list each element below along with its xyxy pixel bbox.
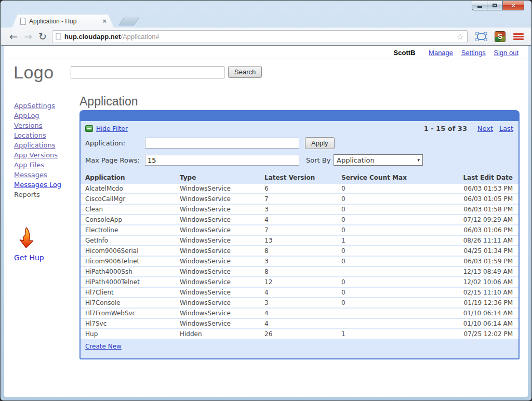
back-button[interactable]: ← — [6, 32, 21, 42]
cell-latest-version: 8 — [260, 246, 337, 256]
cell-type: WindowsService — [175, 215, 260, 224]
filter-application-row: Application: Apply — [81, 135, 518, 152]
sidebar-item-applications[interactable]: Applications — [14, 140, 76, 150]
sort-by-select[interactable]: Application ▾ — [334, 154, 423, 166]
hide-filter-link[interactable]: Hide Filter — [96, 125, 128, 132]
application-filter-input[interactable] — [145, 138, 299, 149]
manage-link[interactable]: Manage — [429, 49, 453, 57]
sidebar-item-locations[interactable]: Locations — [14, 130, 76, 140]
table-row: ConsoleApp WindowsService 4 0 07/12 09:2… — [81, 215, 518, 224]
window-controls: ✕ — [472, 1, 524, 10]
cell-type: WindowsService — [175, 184, 260, 193]
sidebar-nav: AppSettings AppLog Versions Locations Ap… — [4, 88, 76, 359]
settings-link[interactable]: Settings — [461, 49, 486, 57]
page-title: Application — [79, 95, 520, 109]
forward-button[interactable]: → — [21, 32, 35, 42]
user-bar: ScottB Manage Settings Sign out — [4, 46, 528, 59]
table-row: AlcatelMcdo WindowsService 6 0 06/03 01:… — [81, 184, 518, 193]
apply-button[interactable]: Apply — [305, 137, 335, 149]
collapse-filter-icon[interactable] — [85, 125, 93, 132]
screenshot-extension-icon[interactable] — [475, 32, 487, 41]
reload-button[interactable]: ↻ — [35, 32, 50, 42]
cell-latest-version: 13 — [260, 236, 337, 245]
sidebar-item-app-files[interactable]: App Files — [14, 160, 76, 170]
main-content: Application Hide Filter 1 - 15 of 33 Nex… — [76, 88, 528, 359]
sidebar-item-messages-log[interactable]: Messages Log — [14, 180, 76, 190]
cell-latest-version: 4 — [260, 215, 337, 224]
column-header-last-edit-date: Last Edit Date — [426, 172, 518, 183]
browser-tab[interactable]: Application - Hup × — [12, 15, 114, 28]
cell-application: Hl7FromWebSvc — [81, 309, 175, 318]
pagination-next-link[interactable]: Next — [477, 125, 493, 132]
bookmark-star-icon[interactable]: ☆ — [457, 32, 464, 42]
sidebar-item-messages[interactable]: Messages — [14, 170, 76, 180]
username-label: ScottB — [394, 49, 416, 57]
cell-last-edit-date: 06/03 01:58 PM — [426, 205, 518, 214]
maximize-button[interactable] — [487, 1, 502, 10]
filter-toggle-row: Hide Filter 1 - 15 of 33 Next Last — [81, 121, 518, 135]
address-bar[interactable]: hup.cloudapp.net/Application# ☆ — [52, 30, 468, 43]
s-extension-icon[interactable]: S — [495, 31, 506, 42]
create-new-link[interactable]: Create New — [85, 343, 122, 350]
column-header-application: Application — [81, 172, 175, 183]
tab-close-icon[interactable]: × — [102, 18, 107, 24]
cell-latest-version: 4 — [260, 309, 337, 318]
cell-type: WindowsService — [175, 309, 260, 318]
maximize-icon — [493, 4, 497, 7]
url-page-icon — [56, 33, 61, 40]
new-tab-button[interactable] — [118, 18, 139, 25]
cell-application: GetInfo — [81, 236, 175, 245]
cell-type: WindowsService — [175, 246, 260, 256]
sidebar-item-reports: Reports — [14, 191, 40, 198]
sidebar-item-app-versions[interactable]: App Versions — [14, 150, 76, 160]
table-body: AlcatelMcdo WindowsService 6 0 06/03 01:… — [81, 184, 518, 339]
cell-last-edit-date: 04/25 01:34 PM — [426, 246, 518, 256]
max-page-rows-input[interactable] — [145, 155, 299, 166]
signout-link[interactable]: Sign out — [494, 49, 518, 57]
cell-last-edit-date: 06/03 01:53 PM — [426, 184, 518, 193]
application-filter-label: Application: — [85, 139, 145, 147]
cell-application: ConsoleApp — [81, 215, 175, 224]
page-favicon-icon — [20, 18, 26, 25]
pagination-range: 1 - 15 of 33 — [424, 125, 467, 132]
table-row: Hl7Client WindowsService 4 0 02/15 11:10… — [81, 288, 518, 297]
cell-last-edit-date: 12/13 08:49 AM — [426, 267, 518, 276]
search-button[interactable]: Search — [228, 66, 262, 78]
browser-window: ✕ Application - Hup × ← → ↻ hup.cloudapp… — [0, 0, 532, 401]
cell-application: Hl7Svc — [81, 319, 175, 328]
close-window-button[interactable]: ✕ — [502, 1, 524, 10]
minimize-button[interactable] — [472, 1, 487, 10]
cell-last-edit-date: 01/10 06:14 AM — [426, 309, 518, 318]
browser-toolbar: ← → ↻ hup.cloudapp.net/Application# ☆ S — [1, 28, 531, 46]
cell-latest-version: 7 — [260, 225, 337, 235]
cell-type: WindowsService — [175, 205, 260, 214]
sidebar-item-applog[interactable]: AppLog — [14, 111, 76, 121]
cell-application: CiscoCallMgr — [81, 194, 175, 204]
cell-latest-version: 3 — [260, 298, 337, 308]
cell-last-edit-date: 06/03 01:59 PM — [426, 257, 518, 266]
browser-menu-icon[interactable] — [513, 32, 524, 41]
create-new-row: Create New — [81, 340, 518, 358]
sidebar-item-appsettings[interactable]: AppSettings — [14, 101, 76, 111]
site-search-input[interactable] — [71, 66, 224, 78]
filter-rows-row: Max Page Rows: Sort By Application ▾ — [81, 152, 518, 168]
table-row: GetInfo WindowsService 13 1 08/26 11:11 … — [81, 236, 518, 245]
cell-application: AlcatelMcdo — [81, 184, 175, 193]
cell-last-edit-date: 01/10 06:14 AM — [426, 319, 518, 328]
cell-type: WindowsService — [175, 236, 260, 245]
cell-type: WindowsService — [175, 225, 260, 235]
cell-service-count-max: 0 — [337, 277, 426, 287]
cell-last-edit-date: 06/03 01:06 PM — [426, 225, 518, 235]
cell-last-edit-date: 01/19 12:36 PM — [426, 298, 518, 308]
pagination-last-link[interactable]: Last — [499, 125, 513, 132]
get-hup-link[interactable]: Get Hup — [14, 253, 44, 263]
table-row: Clean WindowsService 3 0 06/03 01:58 PM — [81, 205, 518, 214]
cell-type: WindowsService — [175, 257, 260, 266]
cell-type: WindowsService — [175, 288, 260, 297]
flame-arrow-icon[interactable] — [17, 243, 36, 251]
cell-service-count-max: 1 — [337, 329, 426, 339]
cell-latest-version: 4 — [260, 319, 337, 328]
column-header-service-count-max: Service Count Max — [337, 172, 426, 183]
cell-application: Hl7Client — [81, 288, 175, 297]
sidebar-item-versions[interactable]: Versions — [14, 121, 76, 130]
